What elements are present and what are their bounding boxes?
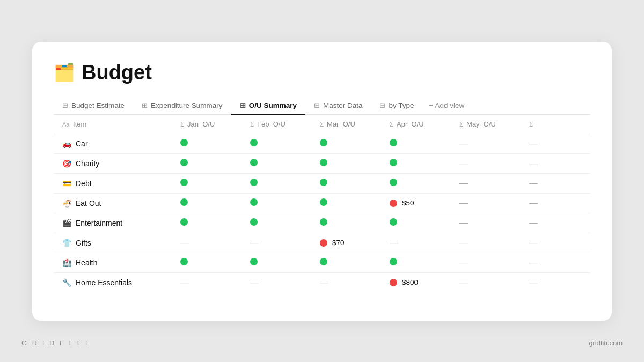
- mar-cell-3: [311, 193, 381, 213]
- page-icon: 🗂️: [54, 62, 75, 83]
- item-cell-4: 🎬 Entertainment: [54, 213, 172, 233]
- red-dot: [390, 200, 397, 207]
- watermark-right: gridfiti.com: [589, 339, 623, 347]
- table-row: 💳 Debt — —: [54, 173, 590, 193]
- col-header-may: Σ May_O/U: [451, 115, 521, 134]
- feb-cell-6: [241, 253, 311, 272]
- dash-value: —: [180, 278, 189, 287]
- dash-value: —: [529, 278, 538, 287]
- item-emoji-6: 🏥: [62, 258, 71, 267]
- red-value-cell: $70: [320, 239, 372, 247]
- sum-icon-may: Σ: [459, 121, 463, 128]
- amount-label: $70: [332, 239, 345, 247]
- mar-cell-6: [311, 253, 381, 272]
- tab-icon-ou-summary: ⊞: [240, 101, 246, 109]
- red-value-cell: $50: [390, 199, 442, 207]
- jan-cell-4: [172, 213, 241, 233]
- apr-cell-5: —: [381, 233, 451, 253]
- feb-cell-3: [241, 193, 311, 213]
- mar-cell-5: $70: [311, 233, 381, 253]
- extra-cell-0: —: [521, 134, 590, 153]
- dash-value: —: [529, 179, 538, 188]
- green-dot: [250, 139, 258, 146]
- dash-value: —: [390, 238, 398, 247]
- feb-cell-2: [241, 173, 311, 193]
- extra-cell-3: —: [521, 193, 590, 213]
- table-header-row: Aa Item Σ Jan_O/U Σ Feb_O/U Σ Mar_O/U Σ: [54, 115, 590, 134]
- extra-cell-6: —: [521, 253, 590, 272]
- extra-cell-5: —: [521, 233, 590, 253]
- jan-cell-0: [172, 134, 241, 153]
- col-header-jan: Σ Jan_O/U: [172, 115, 241, 134]
- jan-cell-5: —: [172, 233, 241, 253]
- mar-cell-4: [311, 213, 381, 233]
- table-row: 🔧 Home Essentials — — — $800 — —: [54, 272, 590, 292]
- dash-value: —: [459, 258, 468, 267]
- table-body: 🚗 Car — — 🎯 Charity — — 💳 Debt: [54, 134, 590, 292]
- item-cell-3: 🍜 Eat Out: [54, 193, 172, 213]
- item-name-7: Home Essentials: [76, 278, 132, 287]
- sum-icon-extra: Σ: [529, 121, 533, 128]
- mar-cell-2: [311, 173, 381, 193]
- green-dot: [320, 198, 327, 206]
- tab-by-type[interactable]: ⊟ by Type: [371, 97, 422, 115]
- tab-master-data[interactable]: ⊞ Master Data: [305, 97, 371, 115]
- tab-add-view[interactable]: + Add view: [422, 97, 471, 115]
- green-dot: [180, 179, 188, 186]
- apr-cell-1: [381, 153, 451, 173]
- sum-icon-apr: Σ: [390, 121, 393, 128]
- jan-cell-3: [172, 193, 241, 213]
- red-dot: [390, 279, 397, 286]
- dash-value: —: [459, 278, 468, 287]
- tab-icon-budget-estimate: ⊞: [62, 101, 68, 109]
- dash-value: —: [529, 139, 538, 148]
- item-cell-1: 🎯 Charity: [54, 153, 172, 173]
- may-cell-4: —: [451, 213, 521, 233]
- red-dot: [320, 239, 327, 247]
- apr-cell-7: $800: [381, 272, 451, 292]
- may-cell-5: —: [451, 233, 521, 253]
- tab-budget-estimate[interactable]: ⊞ Budget Estimate: [54, 97, 133, 115]
- main-card: 🗂️ Budget ⊞ Budget Estimate ⊞ Expenditur…: [32, 42, 612, 321]
- table-row: 🚗 Car — —: [54, 134, 590, 153]
- mar-cell-7: —: [311, 272, 381, 292]
- apr-cell-3: $50: [381, 193, 451, 213]
- tab-icon-expenditure-summary: ⊞: [142, 101, 148, 109]
- extra-cell-4: —: [521, 213, 590, 233]
- red-value-cell: $800: [390, 278, 442, 286]
- item-cell-2: 💳 Debt: [54, 173, 172, 193]
- may-cell-7: —: [451, 272, 521, 292]
- tab-ou-summary[interactable]: ⊞ O/U Summary: [231, 97, 305, 115]
- green-dot: [320, 258, 327, 265]
- extra-cell-2: —: [521, 173, 590, 193]
- item-name-1: Charity: [76, 159, 99, 168]
- green-dot: [250, 198, 258, 206]
- tab-expenditure-summary[interactable]: ⊞ Expenditure Summary: [133, 97, 231, 115]
- item-cell-0: 🚗 Car: [54, 134, 172, 153]
- green-dot: [320, 218, 327, 226]
- dash-value: —: [529, 258, 538, 267]
- jan-cell-1: [172, 153, 241, 173]
- dash-value: —: [529, 238, 538, 247]
- item-emoji-2: 💳: [62, 179, 71, 188]
- sum-icon-jan: Σ: [180, 121, 184, 128]
- jan-cell-6: [172, 253, 241, 272]
- col-header-feb: Σ Feb_O/U: [241, 115, 311, 134]
- dash-value: —: [459, 159, 468, 168]
- mar-cell-0: [311, 134, 381, 153]
- green-dot: [320, 179, 327, 186]
- item-name-3: Eat Out: [76, 199, 101, 208]
- watermark-left: G R I D F I T I: [21, 339, 89, 347]
- green-dot: [250, 179, 258, 186]
- item-name-0: Car: [76, 139, 88, 148]
- table-row: 👕 Gifts — — $70 — — —: [54, 233, 590, 253]
- amount-label: $50: [402, 199, 414, 207]
- apr-cell-4: [381, 213, 451, 233]
- dash-value: —: [459, 139, 468, 148]
- may-cell-3: —: [451, 193, 521, 213]
- item-emoji-1: 🎯: [62, 159, 71, 168]
- green-dot: [180, 198, 188, 206]
- col-header-apr: Σ Apr_O/U: [381, 115, 451, 134]
- dash-value: —: [529, 218, 538, 227]
- green-dot: [180, 159, 188, 166]
